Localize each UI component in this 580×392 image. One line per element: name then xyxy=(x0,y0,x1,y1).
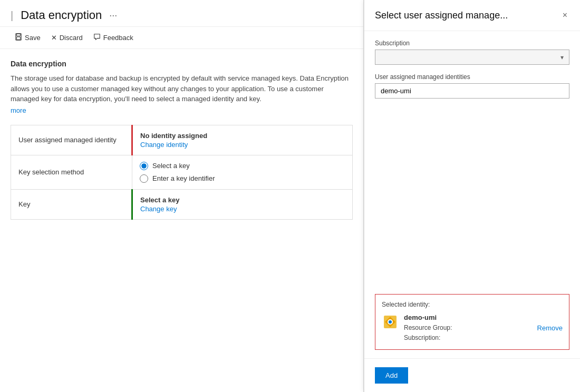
key-row-label: Key xyxy=(11,189,132,219)
identity-row-value: No identity assigned Change identity xyxy=(132,125,353,155)
subscription-field: Subscription ▾ xyxy=(375,40,569,65)
section-title: Data encryption xyxy=(11,60,353,68)
content-area: Data encryption The storage used for dat… xyxy=(0,49,363,392)
flyout-header: Select user assigned manage... × xyxy=(364,0,580,31)
key-row: Key Select a key Change key xyxy=(11,189,353,219)
managed-identity-icon xyxy=(382,313,399,330)
selected-identity-heading: Selected identity: xyxy=(382,301,563,308)
flyout-title: Select user assigned manage... xyxy=(375,10,508,21)
subscription-label: Subscription xyxy=(375,40,569,47)
subscription-value xyxy=(381,53,383,61)
radio-enter-identifier-input[interactable] xyxy=(140,174,148,183)
key-method-options: Select a key Enter a key identifier xyxy=(132,155,353,189)
managed-identities-label: User assigned managed identities xyxy=(375,73,569,81)
identity-name: demo-umi xyxy=(404,313,532,321)
save-label: Save xyxy=(25,34,41,42)
radio-select-key[interactable]: Select a key xyxy=(140,162,345,170)
no-identity-label: No identity assigned xyxy=(140,132,345,140)
svg-rect-1 xyxy=(17,34,21,36)
key-method-label: Key selection method xyxy=(11,155,132,189)
svg-rect-2 xyxy=(17,37,21,40)
subscription-dropdown[interactable]: ▾ xyxy=(375,50,569,65)
radio-select-key-input[interactable] xyxy=(140,162,148,170)
discard-button[interactable]: ✕ Discard xyxy=(47,32,87,44)
spacer xyxy=(375,107,569,281)
right-panel: Select user assigned manage... × Subscri… xyxy=(364,0,580,392)
save-button[interactable]: Save xyxy=(11,31,45,44)
save-icon xyxy=(15,33,22,42)
identity-row-label: User assigned managed identity xyxy=(11,125,132,155)
more-button[interactable]: ··· xyxy=(107,10,119,21)
key-row-value: Select a key Change key xyxy=(132,189,353,219)
feedback-icon xyxy=(93,33,101,42)
radio-select-key-label: Select a key xyxy=(152,162,190,170)
identity-resource-group: Resource Group: xyxy=(404,323,532,333)
left-panel: | Data encryption ··· Save ✕ Discard Fee… xyxy=(0,0,364,392)
svg-point-6 xyxy=(389,320,392,324)
read-more-link[interactable]: more xyxy=(11,106,26,114)
discard-icon: ✕ xyxy=(51,34,57,42)
add-button[interactable]: Add xyxy=(375,367,408,384)
radio-group: Select a key Enter a key identifier xyxy=(140,162,345,183)
identity-row: User assigned managed identity No identi… xyxy=(11,125,353,155)
section-description: The storage used for database and backup… xyxy=(11,73,353,104)
change-key-link[interactable]: Change key xyxy=(140,205,177,213)
discard-label: Discard xyxy=(60,34,83,42)
page-header: | Data encryption ··· xyxy=(0,0,363,27)
title-bar: | xyxy=(11,9,13,22)
flyout-footer: Add xyxy=(364,358,580,392)
key-method-row: Key selection method Select a key Enter … xyxy=(11,155,353,189)
form-table: User assigned managed identity No identi… xyxy=(11,125,353,220)
change-identity-link[interactable]: Change identity xyxy=(140,141,188,149)
feedback-button[interactable]: Feedback xyxy=(89,31,138,44)
identity-details: demo-umi Resource Group: Subscription: xyxy=(404,313,532,343)
identity-subscription: Subscription: xyxy=(404,333,532,343)
identity-info: demo-umi Resource Group: Subscription: R… xyxy=(382,313,563,343)
feedback-label: Feedback xyxy=(103,34,133,42)
selected-identity-section: Selected identity: demo-umi Resource Gro… xyxy=(375,290,569,350)
flyout-content: Subscription ▾ User assigned managed ide… xyxy=(364,31,580,358)
selected-identity-box: Selected identity: demo-umi Resource Gro… xyxy=(375,294,569,350)
close-button[interactable]: × xyxy=(560,8,569,22)
managed-identities-field: User assigned managed identities xyxy=(375,73,569,99)
radio-enter-identifier[interactable]: Enter a key identifier xyxy=(140,174,345,183)
remove-link[interactable]: Remove xyxy=(537,324,563,332)
key-value-label: Select a key xyxy=(140,196,345,204)
radio-enter-identifier-label: Enter a key identifier xyxy=(152,174,215,182)
chevron-down-icon: ▾ xyxy=(560,54,564,61)
toolbar: Save ✕ Discard Feedback xyxy=(0,27,363,49)
managed-identities-input[interactable] xyxy=(375,83,569,99)
page-title: Data encryption xyxy=(21,8,102,22)
